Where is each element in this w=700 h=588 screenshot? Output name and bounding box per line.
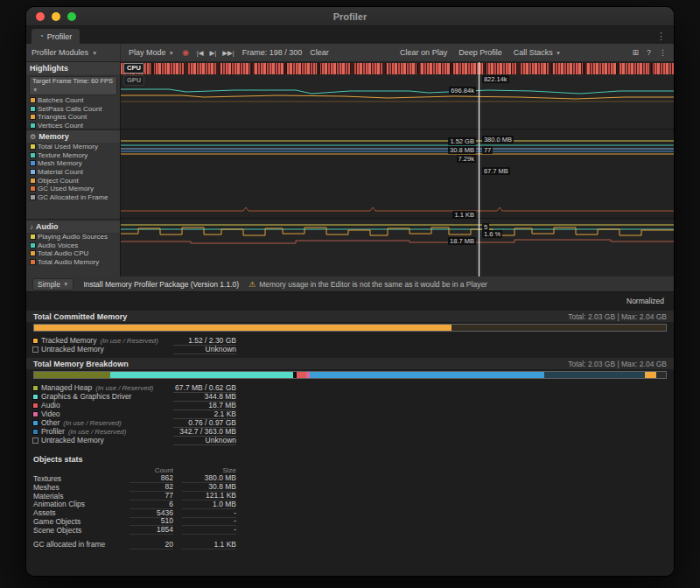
frame-counter: Frame: 198 / 300 [242,48,303,57]
counter-swatch [31,123,35,128]
normalized-row: Normalized [33,294,667,307]
module-header-memory[interactable]: ⚙Memory [26,130,120,143]
profiler-modules-dropdown[interactable]: Profiler Modules ▼ [32,44,121,61]
counter-total-audio-cpu[interactable]: Total Audio CPU [26,249,120,258]
counter-total-used-memory[interactable]: Total Used Memory [26,143,120,151]
counter-swatch [31,260,35,264]
counter-batches-count[interactable]: Batches Count [26,96,120,105]
current-frame-button[interactable]: ▶▶| [222,49,234,57]
legend-swatch [33,339,38,343]
chart-annotation: 696.84k [449,87,476,94]
target-frame-time-dropdown[interactable]: Target Frame Time: 60 FPS ▼ [29,76,117,95]
chevron-down-icon: ▼ [63,279,68,290]
tab-profiler[interactable]: ◔ Profiler [32,29,80,44]
chevron-down-icon: ▼ [92,50,97,56]
counter-material-count[interactable]: Material Count [26,168,120,177]
bar-segment [34,325,452,331]
gpu-toggle[interactable]: GPU [123,75,144,86]
stat-count: 20 [130,540,173,550]
legend-note: (In use / Reserved) [68,428,126,436]
clear-button[interactable]: Clear [310,48,329,57]
deep-profile-button[interactable]: Deep Profile [458,48,502,57]
memory-chip-icon: ⚙ [30,133,36,141]
legend-value: Unknown [173,436,236,445]
counter-swatch [31,115,35,119]
sidebar: HighlightsTarget Frame Time: 60 FPS ▼Bat… [26,62,121,276]
counter-total-audio-memory[interactable]: Total Audio Memory [26,258,120,267]
module-header-highlights[interactable]: Highlights [26,62,120,74]
counter-label: Playing Audio Sources [38,233,108,241]
module-header-audio[interactable]: ♪Audio [26,220,120,233]
counter-swatch [31,153,35,158]
cpu-toggle[interactable]: CPU [123,63,144,74]
stat-label: GC allocated in frame [33,540,130,549]
help-icon[interactable]: ? [647,48,651,57]
counter-label: Triangles Count [38,113,87,121]
counter-swatch [31,243,35,248]
record-button[interactable]: ◉ [182,48,189,57]
legend-note: (In use / Reserved) [63,419,121,427]
play-mode-dropdown[interactable]: Play Mode ▼ [129,48,174,57]
stat-label: Game Objects [33,517,130,526]
clear-on-play-button[interactable]: Clear on Play [400,48,447,57]
legend-audio: Audio18.7 MB [33,401,236,410]
chart-annotation: 1.6 % [482,230,502,238]
stat-label: Scene Objects [33,526,130,535]
chart-annotation: 77 [482,146,493,154]
counter-gc-allocated-in-frame[interactable]: GC Allocated in Frame [26,193,120,202]
profiler-gauge-icon: ◔ [39,32,44,40]
window-title: Profiler [26,11,674,22]
call-stacks-dropdown[interactable]: Call Stacks ▼ [514,48,561,57]
playhead[interactable] [479,62,480,276]
titlebar[interactable]: Profiler [26,7,674,26]
layout-icon[interactable]: ⊞ [632,48,639,57]
bar-segment [310,372,543,378]
legend-untracked-memory: Untracked MemoryUnknown [33,436,236,444]
counter-swatch [31,178,35,183]
legend-note: (In use / Reserved) [100,337,158,345]
counter-label: Object Count [38,177,79,185]
chart-region: HighlightsTarget Frame Time: 60 FPS ▼Bat… [26,62,674,276]
legend-managed-heap: Managed Heap(In use / Reserved)67.7 MB /… [33,383,236,392]
module-title: Memory [38,132,69,141]
frame-transport: |◀ ▶| ▶▶| [197,49,234,57]
stat-label: Textures [33,474,130,483]
counter-object-count[interactable]: Object Count [26,176,120,185]
bar-segment [452,325,666,331]
counter-label: Total Audio Memory [38,258,99,266]
bar-segment [297,372,306,378]
legend-label: Audio [41,401,60,410]
normalized-toggle[interactable]: Normalized [624,297,667,305]
counter-gc-used-memory[interactable]: GC Used Memory [26,185,120,193]
memory-subtoolbar: Simple ▼ Install Memory Profiler Package… [26,276,674,292]
committed-memory-legend: Tracked Memory(In use / Reserved)1.52 / … [33,336,667,354]
chart-annotation: 67.7 MB [482,167,510,175]
objects-stats-rows: Textures862380.0 MBMeshes8230.8 MBMateri… [33,474,236,535]
tab-context-menu-icon[interactable]: ⋮ [648,31,674,44]
counter-playing-audio-sources[interactable]: Playing Audio Sources [26,233,120,242]
counter-texture-memory[interactable]: Texture Memory [26,151,120,160]
install-package-link[interactable]: Install Memory Profiler Package (Version… [83,280,239,289]
counter-label: GC Used Memory [38,185,94,192]
section-title: Total Memory Breakdown [33,360,129,368]
next-frame-button[interactable]: ▶| [210,49,217,57]
counter-audio-voices[interactable]: Audio Voices [26,242,120,250]
counter-triangles-count[interactable]: Triangles Count [26,113,120,122]
objects-stats-title: Objects stats [33,455,667,466]
legend-swatch [33,438,38,443]
counter-setpass-calls-count[interactable]: SetPass Calls Count [26,105,120,114]
count-column-header: Count [130,466,173,474]
chart-area[interactable]: CPU GPU 822.14k696.84k380.0 MB1.52 GB773… [121,62,674,276]
chevron-down-icon: ▼ [556,50,561,56]
editor-memory-warning: ⚠ Memory usage in the Editor is not the … [248,280,487,289]
module-memory: ⚙MemoryTotal Used MemoryTexture MemoryMe… [26,130,120,219]
view-mode-dropdown[interactable]: Simple ▼ [32,278,74,290]
legend-label: Untracked Memory [41,345,104,354]
stat-size: 1.1 KB [182,540,236,550]
context-menu-icon[interactable]: ⋮ [659,48,667,57]
counter-vertices-count[interactable]: Vertices Count [26,122,120,129]
prev-frame-button[interactable]: |◀ [197,49,204,57]
counter-label: Total Used Memory [38,143,98,150]
stat-count: 1854 [130,525,173,535]
counter-mesh-memory[interactable]: Mesh Memory [26,159,120,168]
